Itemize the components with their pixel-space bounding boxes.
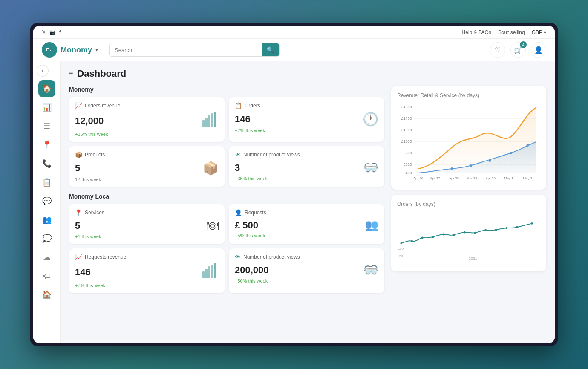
product-views-change: +35% this week [235,176,378,181]
requests-revenue-bg-icon [202,263,219,282]
orders-chart-subtitle: (by days) [414,201,435,207]
twitter-icon[interactable]: 𝕏 [42,29,46,35]
product-views-label: Number of product views [243,152,300,158]
svg-text:Apr 30: Apr 30 [486,176,496,180]
requests-header: 👤 Requests [235,209,378,216]
wishlist-button[interactable]: ♡ [490,42,505,58]
facebook-icon[interactable]: f [59,29,61,35]
orders-chart-title: Orders (by days) [397,201,540,207]
services-value: 5 [75,220,80,231]
sidebar-item-users[interactable]: 👥 [38,211,55,228]
requests-value: £ 500 [235,220,258,231]
heart-icon: ♡ [495,46,501,54]
currency-value: GBP [532,29,542,35]
svg-rect-1 [205,118,208,127]
requests-label: Requests [245,210,266,216]
logo-area: 🛍 Monomy ▾ [42,42,98,58]
search-input[interactable] [110,44,262,56]
requests-revenue-label: Requests revenue [85,254,126,260]
svg-text:Apr 29: Apr 29 [467,176,477,180]
svg-text:Apr 26: Apr 26 [413,176,424,180]
svg-text:£1600: £1600 [401,105,412,109]
svg-point-38 [421,237,424,239]
orders-header: 📋 Orders [235,102,378,109]
svg-text:100: 100 [398,247,404,251]
local-product-views-change: +50% this week [235,278,378,283]
search-icon: 🔍 [267,46,274,53]
requests-bg-icon: 👥 [365,219,378,232]
sidebar-collapse-button[interactable]: ‹ [37,65,49,77]
svg-text:£1400: £1400 [401,116,412,121]
local-product-views-bg-icon: 🥽 [363,263,378,277]
sidebar-item-phone[interactable]: 📞 [38,155,55,172]
services-card: 📍 Services 5 🍽 +1 this week [69,204,225,244]
products-value: 5 [75,163,80,174]
sidebar: ‹ 🏠 📊 ☰ 📍 📞 📋 💬 👥 💭 ☁ 🏷 🏠 [33,61,61,343]
svg-rect-3 [211,113,213,127]
sidebar-item-location[interactable]: 📍 [38,136,55,153]
svg-point-27 [510,152,512,154]
cart-button[interactable]: 🛒 4 [510,42,526,58]
local-product-views-card: 👁 Number of product views 200,000 🥽 +50%… [229,248,384,293]
nav-actions: ♡ 🛒 4 👤 [490,42,546,58]
instagram-icon[interactable]: 📷 [49,29,56,35]
content-area: ≡ Dashboard Monomy 📈 Orders revenue [61,61,555,343]
svg-rect-2 [208,115,210,127]
currency-chevron-icon: ▾ [544,29,546,35]
svg-rect-7 [208,266,210,278]
orders-revenue-bg-icon [202,112,219,130]
page-header: ≡ Dashboard [69,68,546,79]
sidebar-item-analytics[interactable]: 📊 [38,99,55,116]
revenue-chart-title: Revenue: Retail & Service (by days) [397,92,540,98]
svg-point-44 [484,229,487,231]
sidebar-item-list[interactable]: 📋 [38,174,55,191]
products-main: 5 📦 [75,161,219,176]
svg-text:Apr 28: Apr 28 [449,176,459,180]
svg-text:£600: £600 [404,162,412,167]
user-button[interactable]: 👤 [531,42,546,58]
orders-revenue-icon: 📈 [75,102,82,109]
sidebar-item-menu[interactable]: ☰ [38,118,55,135]
top-right-links: Help & FAQs Start selling GBP ▾ [462,29,546,35]
svg-text:Apr 27: Apr 27 [430,176,440,180]
orders-revenue-main: 12,000 [75,112,219,130]
local-product-views-value: 200,000 [235,265,269,276]
requests-revenue-change: +7% this week [75,283,219,288]
local-stats-grid: 📍 Services 5 🍽 +1 this week [69,204,384,293]
sidebar-item-home[interactable]: 🏠 [38,80,55,97]
sidebar-item-tag[interactable]: 🏷 [38,268,55,285]
svg-text:£1200: £1200 [401,128,412,132]
requests-revenue-header: 📈 Requests revenue [75,254,219,260]
main-layout: ‹ 🏠 📊 ☰ 📍 📞 📋 💬 👥 💭 ☁ 🏷 🏠 ≡ Dashboard [33,61,555,343]
svg-point-25 [470,164,472,167]
svg-text:2021: 2021 [469,257,477,261]
requests-revenue-card: 📈 Requests revenue 146 [69,248,225,293]
revenue-chart-title-main: Revenue: Retail & Service [397,92,457,98]
logo-bag-icon: 🛍 [46,46,53,54]
requests-revenue-icon: 📈 [75,254,82,260]
logo-text[interactable]: Monomy [61,46,92,55]
svg-point-46 [505,227,507,229]
svg-rect-8 [211,265,213,278]
products-card: 📦 Products 5 📦 12 this week [69,146,225,187]
logo-icon: 🛍 [42,42,57,58]
sidebar-item-cloud[interactable]: ☁ [38,249,55,266]
svg-rect-9 [214,263,216,278]
requests-card: 👤 Requests £ 500 👥 +5% this week [229,204,384,244]
orders-icon: 📋 [235,102,242,109]
orders-bg-icon: 🕐 [363,112,378,127]
start-selling-link[interactable]: Start selling [498,29,525,35]
logo-dropdown-icon[interactable]: ▾ [95,47,98,53]
sidebar-item-home2[interactable]: 🏠 [38,286,55,303]
monomy-stats-grid: 📈 Orders revenue 12,000 [69,97,384,187]
requests-revenue-value: 146 [75,267,91,278]
help-faqs-link[interactable]: Help & FAQs [462,29,491,35]
search-button[interactable]: 🔍 [262,43,279,56]
svg-point-24 [451,167,453,170]
sidebar-item-chat[interactable]: 💭 [38,230,55,247]
services-main: 5 🍽 [75,219,219,233]
right-panel: Revenue: Retail & Service (by days) [384,86,546,271]
currency-selector[interactable]: GBP ▾ [532,29,546,35]
sidebar-item-messages[interactable]: 💬 [38,193,55,210]
svg-point-42 [464,231,466,234]
